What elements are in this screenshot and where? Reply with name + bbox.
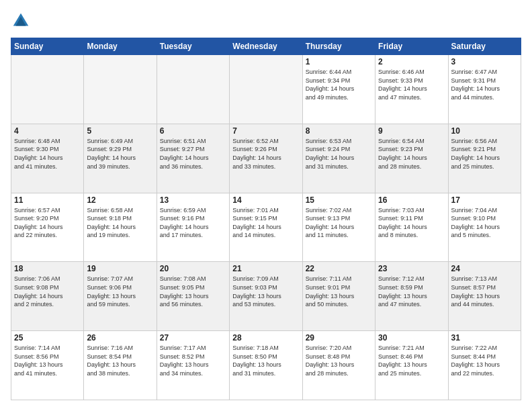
day-info: Sunrise: 7:22 AM Sunset: 8:44 PM Dayligh…	[451, 344, 518, 377]
day-info: Sunrise: 6:56 AM Sunset: 9:21 PM Dayligh…	[451, 137, 518, 171]
logo	[11, 11, 34, 31]
day-info: Sunrise: 7:21 AM Sunset: 8:46 PM Dayligh…	[378, 344, 445, 377]
day-info: Sunrise: 7:11 AM Sunset: 9:01 PM Dayligh…	[306, 275, 372, 308]
calendar-week-2: 4Sunrise: 6:48 AM Sunset: 9:30 PM Daylig…	[11, 124, 521, 193]
day-number: 18	[14, 264, 81, 273]
calendar-cell: 16Sunrise: 7:03 AM Sunset: 9:11 PM Dayli…	[375, 193, 448, 262]
calendar-cell: 4Sunrise: 6:48 AM Sunset: 9:30 PM Daylig…	[11, 124, 84, 193]
calendar-week-3: 11Sunrise: 6:57 AM Sunset: 9:20 PM Dayli…	[11, 193, 521, 262]
weekday-header-saturday: Saturday	[448, 38, 521, 55]
calendar-cell: 14Sunrise: 7:01 AM Sunset: 9:15 PM Dayli…	[230, 193, 302, 262]
calendar-cell	[157, 55, 229, 124]
day-number: 9	[378, 126, 445, 136]
day-number: 21	[232, 264, 299, 273]
day-info: Sunrise: 6:51 AM Sunset: 9:27 PM Dayligh…	[160, 137, 226, 171]
day-number: 2	[378, 57, 445, 66]
calendar-cell: 15Sunrise: 7:02 AM Sunset: 9:13 PM Dayli…	[302, 193, 375, 262]
calendar-cell: 8Sunrise: 6:53 AM Sunset: 9:24 PM Daylig…	[302, 124, 375, 193]
logo-icon	[11, 11, 31, 31]
day-number: 11	[14, 195, 81, 205]
day-number: 7	[232, 126, 299, 136]
day-info: Sunrise: 6:58 AM Sunset: 9:18 PM Dayligh…	[87, 206, 153, 240]
day-info: Sunrise: 7:02 AM Sunset: 9:13 PM Dayligh…	[306, 206, 372, 240]
day-info: Sunrise: 6:54 AM Sunset: 9:23 PM Dayligh…	[378, 137, 445, 171]
day-info: Sunrise: 7:18 AM Sunset: 8:50 PM Dayligh…	[232, 344, 299, 377]
calendar-cell: 21Sunrise: 7:09 AM Sunset: 9:03 PM Dayli…	[230, 262, 302, 331]
day-info: Sunrise: 7:04 AM Sunset: 9:10 PM Dayligh…	[451, 206, 518, 240]
calendar-week-5: 25Sunrise: 7:14 AM Sunset: 8:56 PM Dayli…	[11, 331, 521, 400]
day-info: Sunrise: 7:08 AM Sunset: 9:05 PM Dayligh…	[160, 275, 226, 308]
day-info: Sunrise: 6:57 AM Sunset: 9:20 PM Dayligh…	[14, 206, 81, 240]
calendar-week-1: 1Sunrise: 6:44 AM Sunset: 9:34 PM Daylig…	[11, 55, 521, 124]
day-number: 19	[87, 264, 153, 273]
day-number: 27	[160, 333, 226, 342]
calendar-cell: 6Sunrise: 6:51 AM Sunset: 9:27 PM Daylig…	[157, 124, 229, 193]
day-number: 23	[378, 264, 445, 273]
calendar-cell: 20Sunrise: 7:08 AM Sunset: 9:05 PM Dayli…	[157, 262, 229, 331]
calendar-cell: 3Sunrise: 6:47 AM Sunset: 9:31 PM Daylig…	[448, 55, 521, 124]
calendar-cell: 31Sunrise: 7:22 AM Sunset: 8:44 PM Dayli…	[448, 331, 521, 400]
calendar-cell: 10Sunrise: 6:56 AM Sunset: 9:21 PM Dayli…	[448, 124, 521, 193]
calendar-cell: 2Sunrise: 6:46 AM Sunset: 9:33 PM Daylig…	[375, 55, 448, 124]
day-info: Sunrise: 7:16 AM Sunset: 8:54 PM Dayligh…	[87, 344, 153, 377]
calendar-cell: 25Sunrise: 7:14 AM Sunset: 8:56 PM Dayli…	[11, 331, 84, 400]
day-number: 5	[87, 126, 153, 136]
calendar-cell: 28Sunrise: 7:18 AM Sunset: 8:50 PM Dayli…	[230, 331, 302, 400]
calendar-cell: 11Sunrise: 6:57 AM Sunset: 9:20 PM Dayli…	[11, 193, 84, 262]
day-number: 10	[451, 126, 518, 136]
day-info: Sunrise: 7:01 AM Sunset: 9:15 PM Dayligh…	[232, 206, 299, 240]
weekday-header-friday: Friday	[375, 38, 448, 55]
weekday-header-tuesday: Tuesday	[157, 38, 229, 55]
day-info: Sunrise: 6:48 AM Sunset: 9:30 PM Dayligh…	[14, 137, 81, 171]
day-info: Sunrise: 6:44 AM Sunset: 9:34 PM Dayligh…	[306, 68, 372, 101]
day-info: Sunrise: 7:14 AM Sunset: 8:56 PM Dayligh…	[14, 344, 81, 377]
calendar-cell: 30Sunrise: 7:21 AM Sunset: 8:46 PM Dayli…	[375, 331, 448, 400]
calendar-body: 1Sunrise: 6:44 AM Sunset: 9:34 PM Daylig…	[11, 55, 521, 400]
day-number: 28	[232, 333, 299, 342]
day-number: 31	[451, 333, 518, 342]
day-number: 26	[87, 333, 153, 342]
calendar-cell: 27Sunrise: 7:17 AM Sunset: 8:52 PM Dayli…	[157, 331, 229, 400]
calendar-cell: 24Sunrise: 7:13 AM Sunset: 8:57 PM Dayli…	[448, 262, 521, 331]
day-info: Sunrise: 7:06 AM Sunset: 9:08 PM Dayligh…	[14, 275, 81, 308]
calendar-cell: 29Sunrise: 7:20 AM Sunset: 8:48 PM Dayli…	[302, 331, 375, 400]
calendar-cell	[11, 55, 84, 124]
day-info: Sunrise: 7:07 AM Sunset: 9:06 PM Dayligh…	[87, 275, 153, 308]
day-info: Sunrise: 7:12 AM Sunset: 8:59 PM Dayligh…	[378, 275, 445, 308]
day-number: 13	[160, 195, 226, 205]
day-number: 30	[378, 333, 445, 342]
day-info: Sunrise: 6:47 AM Sunset: 9:31 PM Dayligh…	[451, 68, 518, 101]
day-info: Sunrise: 7:20 AM Sunset: 8:48 PM Dayligh…	[306, 344, 372, 377]
day-info: Sunrise: 6:52 AM Sunset: 9:26 PM Dayligh…	[232, 137, 299, 171]
page: SundayMondayTuesdayWednesdayThursdayFrid…	[0, 0, 532, 411]
calendar-cell: 9Sunrise: 6:54 AM Sunset: 9:23 PM Daylig…	[375, 124, 448, 193]
day-number: 8	[306, 126, 372, 136]
calendar-cell: 23Sunrise: 7:12 AM Sunset: 8:59 PM Dayli…	[375, 262, 448, 331]
day-info: Sunrise: 7:13 AM Sunset: 8:57 PM Dayligh…	[451, 275, 518, 308]
calendar-cell: 22Sunrise: 7:11 AM Sunset: 9:01 PM Dayli…	[302, 262, 375, 331]
calendar-cell: 13Sunrise: 6:59 AM Sunset: 9:16 PM Dayli…	[157, 193, 229, 262]
header	[11, 11, 521, 31]
day-info: Sunrise: 7:17 AM Sunset: 8:52 PM Dayligh…	[160, 344, 226, 377]
calendar-cell	[230, 55, 302, 124]
day-info: Sunrise: 7:09 AM Sunset: 9:03 PM Dayligh…	[232, 275, 299, 308]
day-number: 25	[14, 333, 81, 342]
day-info: Sunrise: 6:59 AM Sunset: 9:16 PM Dayligh…	[160, 206, 226, 240]
calendar-cell: 19Sunrise: 7:07 AM Sunset: 9:06 PM Dayli…	[84, 262, 157, 331]
calendar-header: SundayMondayTuesdayWednesdayThursdayFrid…	[11, 38, 521, 55]
day-number: 20	[160, 264, 226, 273]
day-number: 15	[306, 195, 372, 205]
weekday-header-sunday: Sunday	[11, 38, 84, 55]
day-number: 16	[378, 195, 445, 205]
calendar-cell: 26Sunrise: 7:16 AM Sunset: 8:54 PM Dayli…	[84, 331, 157, 400]
calendar-week-4: 18Sunrise: 7:06 AM Sunset: 9:08 PM Dayli…	[11, 262, 521, 331]
calendar-cell: 17Sunrise: 7:04 AM Sunset: 9:10 PM Dayli…	[448, 193, 521, 262]
day-info: Sunrise: 6:49 AM Sunset: 9:29 PM Dayligh…	[87, 137, 153, 171]
day-number: 1	[306, 57, 372, 66]
calendar-cell: 5Sunrise: 6:49 AM Sunset: 9:29 PM Daylig…	[84, 124, 157, 193]
calendar-cell: 12Sunrise: 6:58 AM Sunset: 9:18 PM Dayli…	[84, 193, 157, 262]
day-number: 17	[451, 195, 518, 205]
day-info: Sunrise: 7:03 AM Sunset: 9:11 PM Dayligh…	[378, 206, 445, 240]
day-number: 12	[87, 195, 153, 205]
day-number: 4	[14, 126, 81, 136]
